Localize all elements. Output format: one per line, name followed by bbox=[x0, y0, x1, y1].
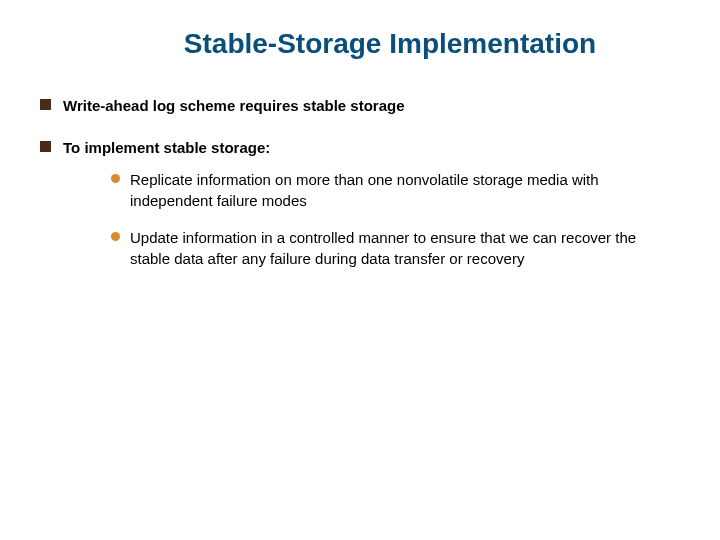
bullet-level2: Replicate information on more than one n… bbox=[111, 169, 684, 211]
slide-title: Stable-Storage Implementation bbox=[96, 28, 684, 60]
sub-bullet-group: Replicate information on more than one n… bbox=[111, 169, 684, 269]
circle-bullet-icon bbox=[111, 174, 120, 183]
bullet-level1: Write-ahead log scheme requires stable s… bbox=[40, 96, 684, 116]
bullet-text: To implement stable storage: bbox=[63, 138, 684, 158]
bullet-text: Update information in a controlled manne… bbox=[130, 227, 670, 269]
bullet-level2: Update information in a controlled manne… bbox=[111, 227, 684, 269]
square-bullet-icon bbox=[40, 99, 51, 110]
square-bullet-icon bbox=[40, 141, 51, 152]
slide-content: Write-ahead log scheme requires stable s… bbox=[36, 96, 684, 285]
bullet-text: Write-ahead log scheme requires stable s… bbox=[63, 96, 405, 116]
bullet-level1: To implement stable storage: Replicate i… bbox=[40, 138, 684, 284]
circle-bullet-icon bbox=[111, 232, 120, 241]
bullet-text: Replicate information on more than one n… bbox=[130, 169, 670, 211]
